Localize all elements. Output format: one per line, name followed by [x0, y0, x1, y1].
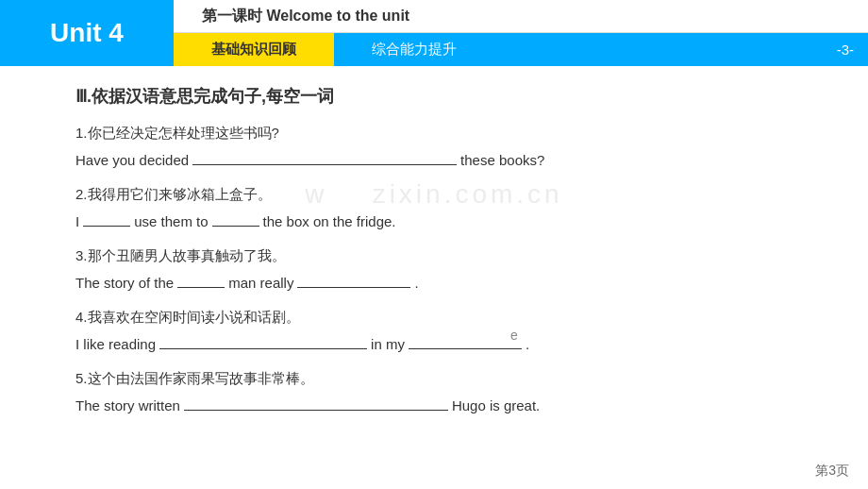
exercise-2-blank2[interactable]: [212, 210, 259, 227]
exercise-5-chinese: 5.这个由法国作家雨果写故事非常棒。: [75, 370, 811, 388]
lesson-title-bar: 第一课时 Welcome to the unit: [174, 0, 868, 33]
exercise-4-chinese: 4.我喜欢在空闲时间读小说和话剧。: [75, 309, 811, 327]
tabs-bar: 基础知识回顾 综合能力提升 -3-: [174, 33, 868, 66]
unit-label: Unit 4: [50, 18, 124, 48]
page-number-header: -3-: [837, 33, 868, 66]
main-content: w zixin.com.cn Ⅲ.依据汉语意思完成句子,每空一词 1.你已经决定…: [0, 66, 868, 441]
exercise-5-blank[interactable]: [184, 394, 448, 411]
exercise-4-blank2[interactable]: [409, 332, 522, 349]
exercise-5: 5.这个由法国作家雨果写故事非常棒。 The story written Hug…: [75, 370, 811, 420]
exercise-1-blank[interactable]: [192, 148, 457, 165]
exercise-4-english: I like reading in my .: [75, 330, 811, 359]
exercise-2-blank1[interactable]: [83, 210, 130, 227]
exercise-1-chinese: 1.你已经决定怎样处理这些书吗?: [75, 125, 811, 143]
header-right: 第一课时 Welcome to the unit 基础知识回顾 综合能力提升 -…: [174, 0, 868, 66]
exercise-3-chinese: 3.那个丑陋男人故事真触动了我。: [75, 247, 811, 265]
header: Unit 4 第一课时 Welcome to the unit 基础知识回顾 综…: [0, 0, 868, 66]
exercise-2: 2.我得用它们来够冰箱上盒子。 I use them to the box on…: [75, 186, 811, 236]
exercise-3-english: The story of the man really .: [75, 269, 811, 297]
page-number-bottom: 第3页: [815, 463, 849, 480]
exercise-3-blank2[interactable]: [297, 271, 410, 288]
exercise-1: 1.你已经决定怎样处理这些书吗? Have you decided these …: [75, 125, 811, 175]
exercise-3-blank1[interactable]: [177, 271, 225, 288]
lesson-title: 第一课时 Welcome to the unit: [202, 7, 409, 26]
exercise-3: 3.那个丑陋男人故事真触动了我。 The story of the man re…: [75, 247, 811, 297]
section-title: Ⅲ.依据汉语意思完成句子,每空一词: [75, 85, 811, 108]
exercise-5-english: The story written Hugo is great.: [75, 392, 811, 420]
exercise-1-english: Have you decided these books?: [75, 146, 811, 175]
exercise-2-english: I use them to the box on the fridge.: [75, 208, 811, 236]
unit-badge: Unit 4: [0, 0, 174, 66]
exercise-4: 4.我喜欢在空闲时间读小说和话剧。 I like reading in my .: [75, 309, 811, 359]
exercise-4-blank1[interactable]: [159, 332, 367, 349]
tab-zonghenengli[interactable]: 综合能力提升: [334, 33, 494, 66]
tab-jichuzishi[interactable]: 基础知识回顾: [174, 33, 334, 66]
exercise-2-chinese: 2.我得用它们来够冰箱上盒子。: [75, 186, 811, 204]
